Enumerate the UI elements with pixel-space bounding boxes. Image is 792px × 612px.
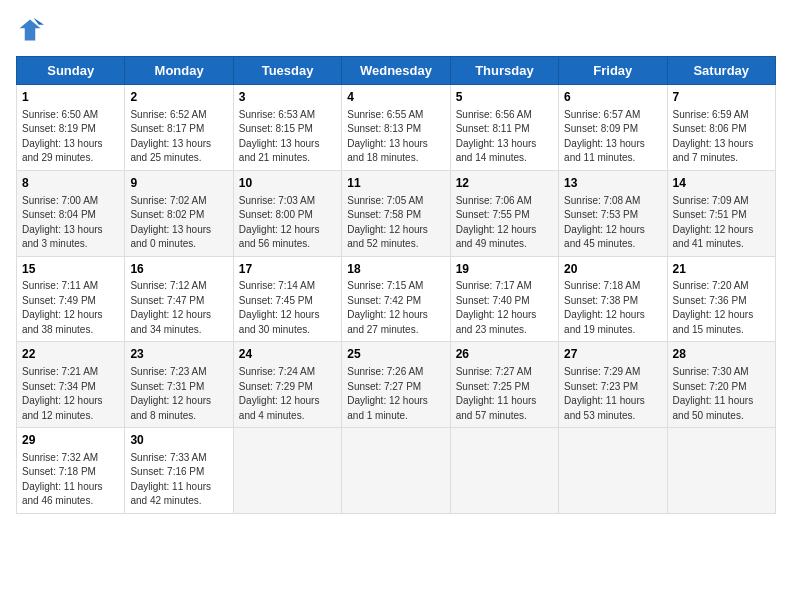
day-info: Sunrise: 7:08 AM Sunset: 7:53 PM Dayligh… <box>564 194 661 252</box>
day-number: 17 <box>239 261 336 278</box>
day-number: 23 <box>130 346 227 363</box>
day-info: Sunrise: 7:26 AM Sunset: 7:27 PM Dayligh… <box>347 365 444 423</box>
day-info: Sunrise: 6:56 AM Sunset: 8:11 PM Dayligh… <box>456 108 553 166</box>
calendar-cell <box>450 428 558 514</box>
day-number: 3 <box>239 89 336 106</box>
day-number: 7 <box>673 89 770 106</box>
day-number: 6 <box>564 89 661 106</box>
calendar-body: 1Sunrise: 6:50 AM Sunset: 8:19 PM Daylig… <box>17 85 776 514</box>
calendar-cell: 28Sunrise: 7:30 AM Sunset: 7:20 PM Dayli… <box>667 342 775 428</box>
calendar-cell: 2Sunrise: 6:52 AM Sunset: 8:17 PM Daylig… <box>125 85 233 171</box>
calendar-cell: 11Sunrise: 7:05 AM Sunset: 7:58 PM Dayli… <box>342 170 450 256</box>
calendar-header-row: SundayMondayTuesdayWednesdayThursdayFrid… <box>17 57 776 85</box>
day-info: Sunrise: 6:55 AM Sunset: 8:13 PM Dayligh… <box>347 108 444 166</box>
day-number: 14 <box>673 175 770 192</box>
day-number: 5 <box>456 89 553 106</box>
calendar-cell: 3Sunrise: 6:53 AM Sunset: 8:15 PM Daylig… <box>233 85 341 171</box>
calendar-cell: 12Sunrise: 7:06 AM Sunset: 7:55 PM Dayli… <box>450 170 558 256</box>
day-number: 16 <box>130 261 227 278</box>
day-number: 25 <box>347 346 444 363</box>
column-header-thursday: Thursday <box>450 57 558 85</box>
calendar-week-2: 8Sunrise: 7:00 AM Sunset: 8:04 PM Daylig… <box>17 170 776 256</box>
day-number: 4 <box>347 89 444 106</box>
calendar-cell: 9Sunrise: 7:02 AM Sunset: 8:02 PM Daylig… <box>125 170 233 256</box>
day-info: Sunrise: 7:15 AM Sunset: 7:42 PM Dayligh… <box>347 279 444 337</box>
calendar-week-5: 29Sunrise: 7:32 AM Sunset: 7:18 PM Dayli… <box>17 428 776 514</box>
calendar-cell: 29Sunrise: 7:32 AM Sunset: 7:18 PM Dayli… <box>17 428 125 514</box>
day-info: Sunrise: 7:14 AM Sunset: 7:45 PM Dayligh… <box>239 279 336 337</box>
calendar-cell: 1Sunrise: 6:50 AM Sunset: 8:19 PM Daylig… <box>17 85 125 171</box>
column-header-friday: Friday <box>559 57 667 85</box>
day-number: 10 <box>239 175 336 192</box>
calendar-cell <box>559 428 667 514</box>
calendar-cell: 14Sunrise: 7:09 AM Sunset: 7:51 PM Dayli… <box>667 170 775 256</box>
column-header-wednesday: Wednesday <box>342 57 450 85</box>
svg-marker-1 <box>34 18 45 25</box>
day-info: Sunrise: 6:53 AM Sunset: 8:15 PM Dayligh… <box>239 108 336 166</box>
day-info: Sunrise: 6:59 AM Sunset: 8:06 PM Dayligh… <box>673 108 770 166</box>
day-number: 28 <box>673 346 770 363</box>
calendar-cell: 25Sunrise: 7:26 AM Sunset: 7:27 PM Dayli… <box>342 342 450 428</box>
day-number: 26 <box>456 346 553 363</box>
day-info: Sunrise: 7:18 AM Sunset: 7:38 PM Dayligh… <box>564 279 661 337</box>
day-info: Sunrise: 7:30 AM Sunset: 7:20 PM Dayligh… <box>673 365 770 423</box>
day-info: Sunrise: 7:32 AM Sunset: 7:18 PM Dayligh… <box>22 451 119 509</box>
page-header <box>16 16 776 44</box>
day-number: 21 <box>673 261 770 278</box>
calendar-cell: 19Sunrise: 7:17 AM Sunset: 7:40 PM Dayli… <box>450 256 558 342</box>
calendar-week-4: 22Sunrise: 7:21 AM Sunset: 7:34 PM Dayli… <box>17 342 776 428</box>
day-info: Sunrise: 7:29 AM Sunset: 7:23 PM Dayligh… <box>564 365 661 423</box>
logo-icon <box>16 16 44 44</box>
calendar-cell: 17Sunrise: 7:14 AM Sunset: 7:45 PM Dayli… <box>233 256 341 342</box>
day-info: Sunrise: 7:02 AM Sunset: 8:02 PM Dayligh… <box>130 194 227 252</box>
calendar-week-1: 1Sunrise: 6:50 AM Sunset: 8:19 PM Daylig… <box>17 85 776 171</box>
day-info: Sunrise: 6:50 AM Sunset: 8:19 PM Dayligh… <box>22 108 119 166</box>
calendar-cell: 6Sunrise: 6:57 AM Sunset: 8:09 PM Daylig… <box>559 85 667 171</box>
day-info: Sunrise: 7:20 AM Sunset: 7:36 PM Dayligh… <box>673 279 770 337</box>
day-info: Sunrise: 6:52 AM Sunset: 8:17 PM Dayligh… <box>130 108 227 166</box>
column-header-tuesday: Tuesday <box>233 57 341 85</box>
day-number: 27 <box>564 346 661 363</box>
calendar-cell <box>342 428 450 514</box>
day-number: 11 <box>347 175 444 192</box>
day-number: 30 <box>130 432 227 449</box>
day-number: 24 <box>239 346 336 363</box>
day-number: 22 <box>22 346 119 363</box>
day-info: Sunrise: 7:06 AM Sunset: 7:55 PM Dayligh… <box>456 194 553 252</box>
day-info: Sunrise: 6:57 AM Sunset: 8:09 PM Dayligh… <box>564 108 661 166</box>
calendar-cell <box>233 428 341 514</box>
day-info: Sunrise: 7:21 AM Sunset: 7:34 PM Dayligh… <box>22 365 119 423</box>
calendar-cell: 24Sunrise: 7:24 AM Sunset: 7:29 PM Dayli… <box>233 342 341 428</box>
day-number: 12 <box>456 175 553 192</box>
column-header-monday: Monday <box>125 57 233 85</box>
day-info: Sunrise: 7:27 AM Sunset: 7:25 PM Dayligh… <box>456 365 553 423</box>
calendar-cell: 21Sunrise: 7:20 AM Sunset: 7:36 PM Dayli… <box>667 256 775 342</box>
day-number: 18 <box>347 261 444 278</box>
calendar-cell: 26Sunrise: 7:27 AM Sunset: 7:25 PM Dayli… <box>450 342 558 428</box>
calendar-cell: 30Sunrise: 7:33 AM Sunset: 7:16 PM Dayli… <box>125 428 233 514</box>
day-info: Sunrise: 7:09 AM Sunset: 7:51 PM Dayligh… <box>673 194 770 252</box>
day-number: 1 <box>22 89 119 106</box>
day-number: 9 <box>130 175 227 192</box>
column-header-saturday: Saturday <box>667 57 775 85</box>
calendar-cell: 15Sunrise: 7:11 AM Sunset: 7:49 PM Dayli… <box>17 256 125 342</box>
calendar-cell: 4Sunrise: 6:55 AM Sunset: 8:13 PM Daylig… <box>342 85 450 171</box>
calendar-table: SundayMondayTuesdayWednesdayThursdayFrid… <box>16 56 776 514</box>
logo <box>16 16 48 44</box>
calendar-cell: 10Sunrise: 7:03 AM Sunset: 8:00 PM Dayli… <box>233 170 341 256</box>
day-info: Sunrise: 7:00 AM Sunset: 8:04 PM Dayligh… <box>22 194 119 252</box>
calendar-cell: 18Sunrise: 7:15 AM Sunset: 7:42 PM Dayli… <box>342 256 450 342</box>
day-number: 29 <box>22 432 119 449</box>
day-info: Sunrise: 7:17 AM Sunset: 7:40 PM Dayligh… <box>456 279 553 337</box>
day-number: 15 <box>22 261 119 278</box>
calendar-cell: 16Sunrise: 7:12 AM Sunset: 7:47 PM Dayli… <box>125 256 233 342</box>
day-number: 19 <box>456 261 553 278</box>
day-number: 8 <box>22 175 119 192</box>
day-info: Sunrise: 7:05 AM Sunset: 7:58 PM Dayligh… <box>347 194 444 252</box>
day-info: Sunrise: 7:23 AM Sunset: 7:31 PM Dayligh… <box>130 365 227 423</box>
calendar-cell: 8Sunrise: 7:00 AM Sunset: 8:04 PM Daylig… <box>17 170 125 256</box>
calendar-cell: 22Sunrise: 7:21 AM Sunset: 7:34 PM Dayli… <box>17 342 125 428</box>
day-number: 13 <box>564 175 661 192</box>
day-number: 20 <box>564 261 661 278</box>
calendar-cell: 27Sunrise: 7:29 AM Sunset: 7:23 PM Dayli… <box>559 342 667 428</box>
